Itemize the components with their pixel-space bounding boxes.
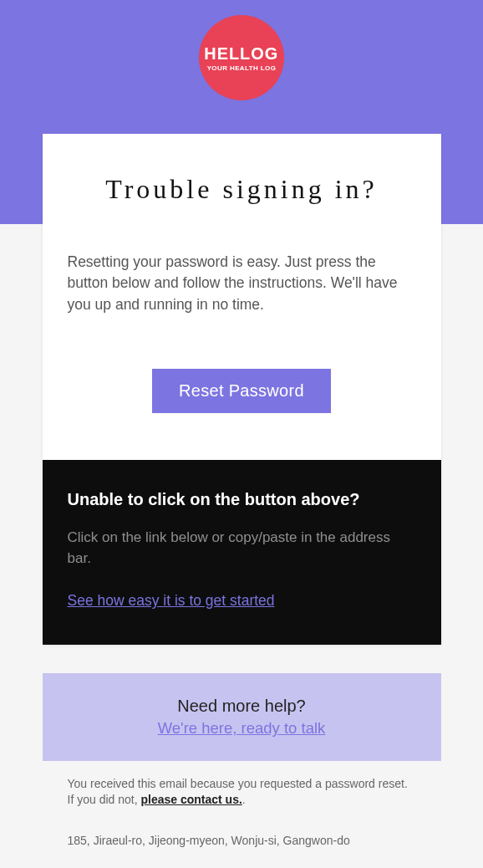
help-link[interactable]: We're here, ready to talk <box>158 719 326 737</box>
footer-note: You received this email because you requ… <box>68 776 416 808</box>
logo-title: HELLOG <box>205 43 279 64</box>
fallback-title: Unable to click on the button above? <box>68 490 416 509</box>
footer-text-after: . <box>242 793 246 806</box>
footer: You received this email because you requ… <box>43 761 441 849</box>
help-box: Need more help? We're here, ready to tal… <box>43 673 441 761</box>
page-title: Trouble signing in? <box>68 174 416 205</box>
contact-us-link[interactable]: please contact us. <box>140 793 242 806</box>
card-body: Trouble signing in? Resetting your passw… <box>43 134 441 460</box>
help-title: Need more help? <box>59 697 425 716</box>
logo-container: HELLOG YOUR HEALTH LOG <box>0 0 483 100</box>
fallback-section: Unable to click on the button above? Cli… <box>43 460 441 645</box>
main-description: Resetting your password is easy. Just pr… <box>68 252 416 315</box>
reset-password-button[interactable]: Reset Password <box>152 369 331 413</box>
footer-address: 185, Jiraeul-ro, Jijeong-myeon, Wonju-si… <box>68 833 416 849</box>
logo-subtitle: YOUR HEALTH LOG <box>207 64 277 72</box>
fallback-link[interactable]: See how easy it is to get started <box>68 592 275 609</box>
button-row: Reset Password <box>68 369 416 413</box>
main-card: Trouble signing in? Resetting your passw… <box>43 134 441 645</box>
fallback-text: Click on the link below or copy/paste in… <box>68 528 416 569</box>
brand-logo: HELLOG YOUR HEALTH LOG <box>199 15 284 100</box>
